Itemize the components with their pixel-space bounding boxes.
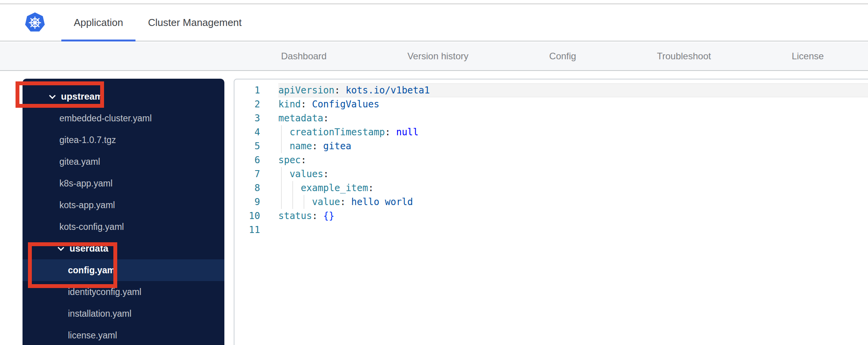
- line-number: 1: [234, 83, 260, 97]
- file-k8s-app-yaml[interactable]: k8s-app.yaml: [23, 172, 224, 194]
- code-line-content: spec:: [278, 153, 868, 167]
- line-number: 5: [234, 139, 260, 153]
- code-line-content: values:: [278, 167, 868, 181]
- tab-application[interactable]: Application: [61, 4, 135, 41]
- tab-label: Version history: [407, 51, 468, 62]
- file-gitea-yaml[interactable]: gitea.yaml: [23, 151, 224, 172]
- folder-userdata[interactable]: userdata: [23, 238, 224, 259]
- code-token: kots.io/v1beta1: [345, 85, 430, 96]
- file-kots-app-yaml[interactable]: kots-app.yaml: [23, 194, 224, 216]
- code-line-content: creationTimestamp: null: [278, 125, 868, 139]
- code-line-5: 5 name: gitea: [234, 139, 868, 153]
- file-installation-yaml[interactable]: installation.yaml: [23, 303, 224, 324]
- code-line-content: kind: ConfigValues: [278, 97, 868, 111]
- tab-license[interactable]: License: [782, 42, 833, 70]
- code-line-content: name: gitea: [278, 139, 868, 153]
- indent-guide: [281, 125, 282, 139]
- code-line-10: 10status: {}: [234, 209, 868, 223]
- code-token: creationTimestamp: [290, 127, 385, 138]
- tree-item-label: kots-config.yaml: [59, 222, 124, 232]
- indent-guide: [304, 195, 304, 209]
- code-token: kind: [278, 99, 301, 110]
- indent-guide: [281, 167, 282, 181]
- tab-label: License: [792, 51, 824, 62]
- code-token: example_item: [301, 183, 368, 193]
- code-line-8: 8 example_item:: [234, 181, 868, 195]
- code-line-content: metadata:: [278, 111, 868, 125]
- tab-troubleshoot[interactable]: Troubleshoot: [648, 42, 720, 70]
- tree-item-label: k8s-app.yaml: [59, 178, 113, 189]
- tree-item-label: kots-app.yaml: [59, 200, 115, 210]
- code-token: :: [301, 155, 306, 166]
- code-token: :: [301, 99, 312, 110]
- file-tree-sidebar: upstreamembedded-cluster.yamlgitea-1.0.7…: [23, 79, 224, 345]
- file-gitea-1-0-7-tgz[interactable]: gitea-1.0.7.tgz: [23, 129, 224, 151]
- code-token: [278, 197, 312, 207]
- tree-item-label: upstream: [61, 91, 103, 102]
- indent-guide: [281, 195, 282, 209]
- code-token: metadata: [278, 113, 323, 124]
- code-line-content: apiVersion: kots.io/v1beta1: [278, 83, 868, 97]
- file-license-yaml[interactable]: license.yaml: [23, 324, 224, 345]
- code-token: :: [323, 113, 329, 124]
- line-number: 2: [234, 97, 260, 111]
- code-line-4: 4 creationTimestamp: null: [234, 125, 868, 139]
- tree-item-label: userdata: [69, 243, 108, 254]
- code-token: :: [335, 85, 346, 96]
- app-tabs-nav: DashboardVersion historyConfigTroublesho…: [0, 42, 868, 71]
- tab-label: Dashboard: [281, 51, 326, 62]
- tab-label: Config: [549, 51, 576, 62]
- code-token: :: [340, 197, 351, 207]
- file-kots-config-yaml[interactable]: kots-config.yaml: [23, 216, 224, 238]
- code-token: ConfigValues: [312, 99, 379, 110]
- code-token: apiVersion: [278, 85, 335, 96]
- tree-item-label: embedded-cluster.yaml: [59, 113, 152, 124]
- code-line-2: 2kind: ConfigValues: [234, 97, 868, 111]
- code-token: :: [312, 210, 323, 221]
- file-config-yaml[interactable]: config.yaml: [23, 259, 224, 281]
- tree-item-label: gitea-1.0.7.tgz: [59, 135, 116, 145]
- code-line-7: 7 values:: [234, 167, 868, 181]
- tab-dashboard[interactable]: Dashboard: [272, 42, 336, 70]
- tab-cluster-management[interactable]: Cluster Management: [135, 4, 254, 41]
- app-header: ApplicationCluster Management: [0, 4, 868, 41]
- code-token: name: [290, 141, 312, 152]
- tab-label: Troubleshoot: [657, 51, 711, 62]
- code-line-content: status: {}: [278, 209, 868, 223]
- indent-guide: [281, 181, 282, 195]
- code-line-content: [278, 223, 868, 237]
- line-number: 7: [234, 167, 260, 181]
- tree-item-label: config.yaml: [68, 265, 118, 276]
- line-number: 3: [234, 111, 260, 125]
- code-line-content: example_item:: [278, 181, 868, 195]
- code-token: values: [290, 169, 323, 179]
- tree-item-label: license.yaml: [68, 330, 117, 341]
- folder-upstream[interactable]: upstream: [23, 86, 224, 107]
- tree-item-label: installation.yaml: [68, 309, 132, 319]
- code-token: :: [368, 183, 373, 193]
- file-embedded-cluster-yaml[interactable]: embedded-cluster.yaml: [23, 107, 224, 129]
- indent-guide: [292, 181, 293, 195]
- code-editor[interactable]: 1apiVersion: kots.io/v1beta12kind: Confi…: [234, 79, 868, 345]
- chevron-down-icon: [57, 244, 64, 251]
- line-number: 6: [234, 153, 260, 167]
- indent-guide: [281, 139, 282, 153]
- code-line-content: value: hello world: [278, 195, 868, 209]
- kubernetes-logo-icon: [24, 12, 45, 33]
- code-token: value: [312, 197, 340, 207]
- line-number: 9: [234, 195, 260, 209]
- code-token: [278, 141, 290, 152]
- code-token: null: [396, 127, 418, 138]
- chevron-down-icon: [49, 92, 56, 99]
- line-number: 10: [234, 209, 260, 223]
- code-line-11: 11: [234, 223, 868, 237]
- file-identityconfig-yaml[interactable]: identityconfig.yaml: [23, 281, 224, 303]
- tab-version-history[interactable]: Version history: [398, 42, 477, 70]
- tree-item-label: identityconfig.yaml: [68, 287, 141, 297]
- tab-config[interactable]: Config: [540, 42, 585, 70]
- line-number: 4: [234, 125, 260, 139]
- code-line-6: 6spec:: [234, 153, 868, 167]
- code-token: gitea: [323, 141, 351, 152]
- code-token: {}: [323, 210, 335, 221]
- code-token: :: [385, 127, 396, 138]
